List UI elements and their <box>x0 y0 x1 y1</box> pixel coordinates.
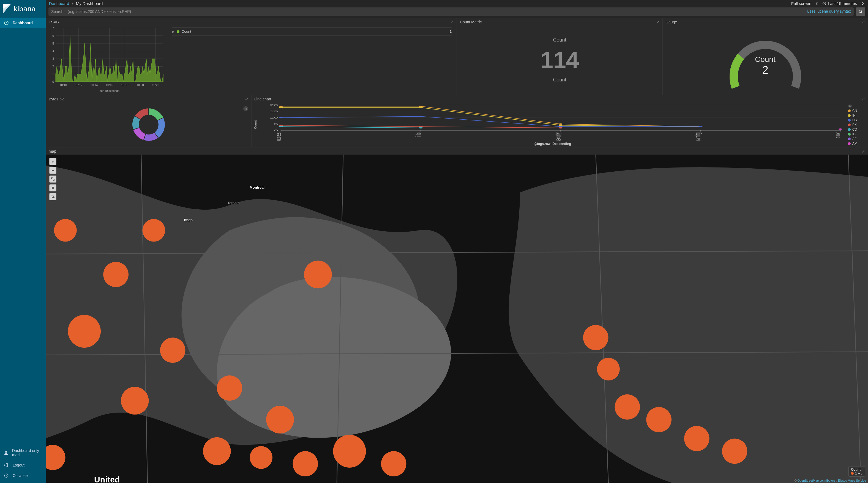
svg-text:10:22: 10:22 <box>152 83 159 87</box>
timepicker-label: Last 15 minutes <box>828 1 857 6</box>
expand-icon[interactable]: ⤢ <box>451 20 454 24</box>
tsvb-legend-row[interactable]: ▶ Count 2 <box>172 28 452 35</box>
expand-icon[interactable]: ⤢ <box>862 97 865 101</box>
legend-swatch <box>848 109 851 112</box>
line-chart[interactable]: 05101520successinfosecuritywarningerror <box>259 103 846 141</box>
svg-text:2: 2 <box>52 65 54 68</box>
gauge-value: 2 <box>755 64 776 76</box>
tsvb-chart[interactable]: 0123456710:1010:1210:1410:1610:1810:2010… <box>46 25 167 95</box>
osm-link[interactable]: OpenStreetMap contributors <box>798 479 836 482</box>
clock-icon <box>822 2 826 5</box>
svg-text:3: 3 <box>52 57 54 60</box>
timepicker-prev-icon[interactable] <box>815 1 819 6</box>
svg-point-97 <box>160 337 185 363</box>
svg-text:info: info <box>414 133 422 137</box>
legend-item[interactable]: IN <box>848 114 866 118</box>
panel-title-text: map <box>49 149 56 154</box>
breadcrumb-root[interactable]: Dashboard <box>49 1 69 6</box>
legend-swatch <box>848 142 851 145</box>
svg-point-109 <box>646 407 672 432</box>
line-xlabel: @tags.raw: Descending <box>259 141 846 146</box>
svg-text:10:14: 10:14 <box>90 83 98 87</box>
legend-item[interactable]: PK <box>848 123 866 127</box>
map-controls: + − <box>49 158 56 200</box>
brand-name: kibana <box>14 5 36 13</box>
expand-icon[interactable]: ⤢ <box>656 20 659 24</box>
legend-item[interactable]: ID <box>848 132 866 136</box>
svg-point-4 <box>5 451 7 453</box>
pie-chart[interactable] <box>129 105 168 144</box>
legend-item[interactable]: US <box>848 118 866 122</box>
nav-item-collapse[interactable]: Collapse <box>0 470 46 481</box>
lucene-link[interactable]: Uses lucene query syntax <box>807 9 851 13</box>
svg-text:10:18: 10:18 <box>121 83 128 87</box>
gauge-text: Count 2 <box>755 55 776 76</box>
search-row: Uses lucene query syntax <box>46 6 868 18</box>
nav-item-dashboard[interactable]: Dashboard <box>0 18 46 28</box>
panel-title: map ⤢ <box>46 148 868 155</box>
chevron-left-icon[interactable]: ◀ <box>243 106 248 111</box>
svg-rect-112 <box>52 187 54 189</box>
map-legend[interactable]: Count 1 – 3 <box>848 466 865 477</box>
panel-title: Count Metric ⤢ <box>457 18 662 25</box>
ems-link[interactable]: Elastic Maps Service <box>838 479 866 482</box>
svg-text:warning: warning <box>694 133 702 141</box>
svg-text:10: 10 <box>270 116 278 119</box>
panel-title: Gauge ⤢ <box>663 18 868 25</box>
box-select-button[interactable] <box>49 184 56 191</box>
svg-point-105 <box>304 260 332 288</box>
fit-button[interactable] <box>49 175 56 183</box>
legend-swatch <box>848 114 851 117</box>
legend-label: PK <box>852 123 857 127</box>
expand-icon[interactable]: ⤢ <box>862 20 865 24</box>
legend-value: 2 <box>450 29 452 34</box>
panel-title-text: Bytes pie <box>49 97 65 101</box>
legend-label: IN <box>852 114 856 118</box>
chevron-right-icon[interactable]: ▶ <box>848 104 852 107</box>
sidebar: kibana Dashboard Dashboard only mod Logo… <box>0 0 46 483</box>
nav-item-dashboard-only[interactable]: Dashboard only mod <box>0 446 46 460</box>
breadcrumb-sep: / <box>72 1 73 6</box>
legend-item[interactable]: CN <box>848 109 866 113</box>
timepicker-button[interactable]: Last 15 minutes <box>822 1 857 6</box>
svg-text:0: 0 <box>52 80 54 83</box>
svg-text:success: success <box>274 133 282 141</box>
legend-label: US <box>852 118 857 122</box>
nav: Dashboard <box>0 18 46 446</box>
map-svg <box>46 155 868 483</box>
brand: kibana <box>0 0 46 18</box>
legend-item[interactable]: CD <box>848 128 866 131</box>
zoom-in-button[interactable]: + <box>49 158 56 165</box>
map-attribution: © OpenStreetMap contributors , Elastic M… <box>794 479 866 482</box>
metric-value: 114 <box>540 49 579 71</box>
svg-point-95 <box>121 387 149 415</box>
line-ylabel: Count <box>254 120 257 129</box>
nav-item-label: Collapse <box>13 473 28 478</box>
legend-item[interactable]: AM <box>848 142 866 146</box>
pie-body: ◀ <box>46 102 251 147</box>
legend-label: CD <box>852 128 857 131</box>
search-button[interactable] <box>856 7 865 16</box>
svg-point-7 <box>859 10 862 13</box>
nav-item-label: Dashboard <box>13 21 33 25</box>
expand-icon[interactable]: ⤢ <box>862 149 865 154</box>
timepicker-next-icon[interactable] <box>860 1 865 6</box>
svg-text:10:12: 10:12 <box>75 83 83 87</box>
svg-point-101 <box>266 406 294 433</box>
panel-title: TSVB ⤢ <box>46 18 457 25</box>
breadcrumb-current: My Dashboard <box>76 1 103 6</box>
fullscreen-button[interactable]: Full screen <box>791 1 811 6</box>
panel-title-text: TSVB <box>49 20 59 24</box>
svg-text:15: 15 <box>270 110 278 112</box>
legend-item[interactable]: AF <box>848 137 866 141</box>
map-body[interactable]: + − Montreal Toronto icago United Count … <box>46 155 868 483</box>
crop-button[interactable] <box>49 193 56 200</box>
nav-item-logout[interactable]: Logout <box>0 460 46 470</box>
zoom-out-button[interactable]: − <box>49 167 56 174</box>
map-legend-range: 1 – 3 <box>855 472 863 475</box>
svg-text:0: 0 <box>274 129 278 131</box>
svg-point-108 <box>615 394 640 420</box>
expand-icon[interactable]: ⤢ <box>245 97 248 101</box>
legend-swatch <box>848 137 851 140</box>
search-input[interactable] <box>49 7 854 16</box>
